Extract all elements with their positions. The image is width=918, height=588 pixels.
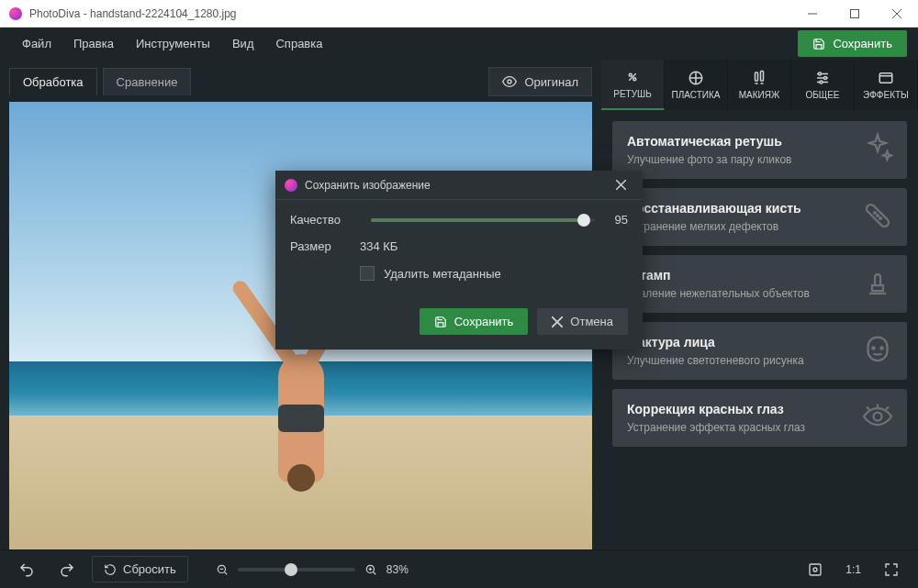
menu-edit[interactable]: Правка — [62, 31, 125, 56]
quality-label: Качество — [290, 213, 360, 227]
card-healing-brush[interactable]: Восстанавливающая кисть Устранение мелки… — [612, 188, 907, 246]
tool-cards: Автоматическая ретушь Улучшение фото за … — [601, 110, 918, 458]
dialog-header[interactable]: Сохранить изображение — [275, 171, 643, 200]
card-red-eye[interactable]: Коррекция красных глаз Устранение эффект… — [612, 389, 907, 447]
dialog-footer: Сохранить Отмена — [275, 308, 643, 349]
zoom-control: 83% — [216, 563, 418, 576]
reset-button[interactable]: Сбросить — [92, 556, 188, 582]
zoom-out-icon[interactable] — [216, 563, 229, 576]
svg-rect-13 — [879, 73, 892, 83]
stamp-icon — [861, 266, 894, 303]
svg-point-3 — [633, 78, 636, 81]
undo-button[interactable] — [11, 556, 42, 583]
size-label: Размер — [290, 239, 360, 253]
reset-label: Сбросить — [123, 562, 176, 576]
svg-rect-6 — [761, 72, 764, 82]
reset-icon — [104, 563, 117, 576]
app-icon — [9, 7, 22, 20]
right-panel: РЕТУШЬ ПЛАСТИКА МАКИЯЖ ОБЩЕЕ ЭФФЕКТЫ — [601, 60, 918, 549]
window-titlebar: PhotoDiva - handstand-2224104_1280.jpg — [0, 0, 918, 28]
card-title: Восстанавливающая кисть — [627, 201, 892, 216]
svg-point-12 — [820, 81, 823, 83]
fit-icon — [808, 562, 823, 577]
card-title: Автоматическая ретушь — [627, 134, 892, 149]
dialog-close-button[interactable] — [608, 172, 633, 198]
tool-tab-retouch[interactable]: РЕТУШЬ — [601, 60, 665, 110]
zoom-thumb[interactable] — [285, 563, 297, 576]
card-sub: Устранение мелких дефектов — [627, 220, 892, 233]
svg-point-2 — [629, 73, 632, 76]
sliders-icon — [814, 70, 831, 86]
card-auto-retouch[interactable]: Автоматическая ретушь Улучшение фото за … — [612, 121, 907, 179]
tab-compare[interactable]: Сравнение — [103, 68, 192, 95]
zoom-in-icon[interactable] — [364, 563, 377, 576]
svg-point-10 — [819, 72, 822, 75]
cancel-icon — [552, 316, 563, 327]
minimize-button[interactable] — [791, 0, 834, 27]
card-sub: Устранение эффекта красных глаз — [627, 421, 892, 434]
menu-view[interactable]: Вид — [221, 31, 265, 56]
tool-tab-liquify[interactable]: ПЛАСТИКА — [665, 60, 728, 110]
strip-meta-label: Удалить метаданные — [384, 267, 501, 281]
tool-tab-makeup[interactable]: МАКИЯЖ — [728, 60, 791, 110]
svg-rect-28 — [810, 564, 821, 575]
close-button[interactable] — [876, 0, 918, 27]
dialog-save-label: Сохранить — [454, 315, 514, 328]
undo-icon — [18, 561, 35, 578]
redo-icon — [59, 561, 75, 578]
minimize-icon — [808, 9, 817, 18]
fit-window-button[interactable] — [800, 556, 831, 583]
dialog-cancel-label: Отмена — [570, 315, 613, 328]
eye-icon — [502, 74, 517, 89]
red-eye-icon — [861, 400, 894, 437]
sparkle-icon — [861, 132, 894, 169]
svg-rect-5 — [756, 72, 758, 81]
close-icon — [892, 9, 901, 18]
menu-tools[interactable]: Инструменты — [125, 31, 221, 56]
save-icon — [812, 38, 825, 50]
svg-line-22 — [224, 571, 227, 574]
card-clone-stamp[interactable]: Штамп Удаление нежелательных объектов — [612, 255, 907, 313]
strip-meta-row: Удалить метаданные — [360, 266, 628, 281]
tool-tab-general[interactable]: ОБЩЕЕ — [791, 60, 855, 110]
maximize-button[interactable] — [834, 0, 876, 27]
zoom-slider[interactable] — [238, 568, 355, 571]
maximize-icon — [850, 9, 859, 18]
tool-tab-label: ЭФФЕКТЫ — [863, 90, 909, 100]
menu-file[interactable]: Файл — [11, 31, 62, 56]
save-button-label: Сохранить — [833, 37, 892, 50]
card-title: Коррекция красных глаз — [627, 402, 892, 416]
fullscreen-icon — [884, 562, 899, 577]
card-sub: Удаление нежелательных объектов — [627, 287, 892, 300]
makeup-icon — [751, 70, 767, 86]
zoom-percent: 83% — [386, 563, 418, 576]
effects-icon — [878, 70, 894, 86]
quality-fill — [371, 218, 584, 222]
redo-button[interactable] — [51, 556, 83, 583]
card-sub: Улучшение фото за пару кликов — [627, 153, 892, 166]
svg-point-20 — [874, 412, 882, 420]
card-title: Штамп — [627, 268, 892, 283]
svg-point-15 — [874, 212, 876, 214]
quality-thumb[interactable] — [577, 214, 590, 227]
view-tab-row: Обработка Сравнение Оригинал — [9, 67, 592, 96]
fullscreen-button[interactable] — [876, 556, 907, 583]
save-button[interactable]: Сохранить — [798, 30, 907, 57]
card-face-texture[interactable]: Фактура лица Улучшение светотеневого рис… — [612, 322, 907, 380]
dialog-save-button[interactable]: Сохранить — [420, 308, 529, 335]
quality-slider[interactable] — [371, 218, 595, 222]
tool-tab-label: РЕТУШЬ — [613, 89, 652, 99]
retouch-icon — [624, 69, 641, 85]
tool-tab-effects[interactable]: ЭФФЕКТЫ — [855, 60, 918, 110]
dialog-cancel-button[interactable]: Отмена — [537, 308, 628, 335]
tool-tab-label: МАКИЯЖ — [739, 90, 779, 100]
strip-meta-checkbox[interactable] — [360, 266, 375, 281]
original-button[interactable]: Оригинал — [488, 67, 592, 96]
zoom-1to1-button[interactable]: 1:1 — [840, 556, 867, 583]
quality-row: Качество 95 — [290, 213, 628, 227]
menu-help[interactable]: Справка — [264, 31, 333, 56]
liquify-icon — [688, 70, 704, 86]
svg-rect-0 — [851, 9, 859, 17]
tool-tab-label: ОБЩЕЕ — [805, 90, 839, 100]
tab-edit[interactable]: Обработка — [9, 68, 97, 95]
